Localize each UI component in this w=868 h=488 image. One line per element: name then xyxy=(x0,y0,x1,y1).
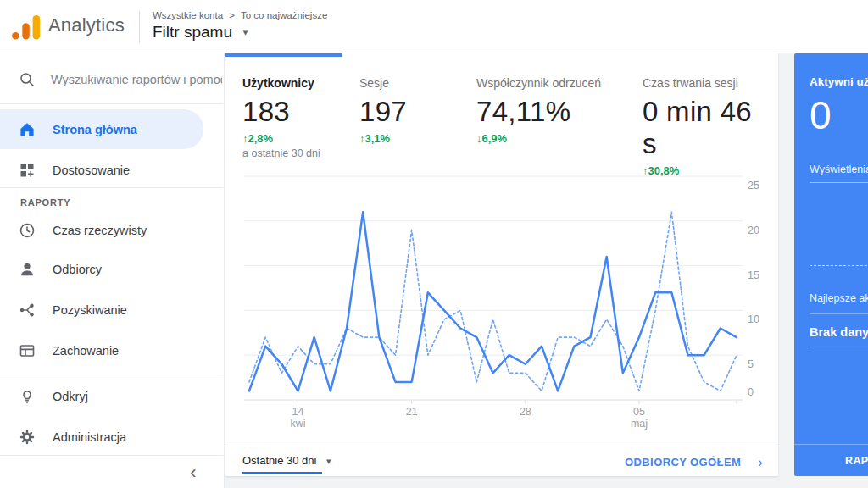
realtime-title: Aktywni użytkownicy w tej chwili xyxy=(810,75,868,88)
metric-label: Czas trwania sesji xyxy=(643,76,770,90)
metric-delta: ↑2,8% xyxy=(242,132,353,145)
collapse-sidebar-icon[interactable]: ‹ xyxy=(181,462,205,485)
sidebar-item-zachowanie[interactable]: Zachowanie xyxy=(0,331,203,370)
acquisition-icon xyxy=(19,302,36,319)
sidebar-item-pozyskiwanie[interactable]: Pozyskiwanie xyxy=(0,291,203,330)
sidebar-item-odkryj[interactable]: Odkryj xyxy=(0,377,203,416)
svg-text:25: 25 xyxy=(748,180,760,191)
chevron-down-icon: ▾ xyxy=(326,456,331,466)
sidebar-item-strona-glowna[interactable]: Strona główna xyxy=(0,109,203,149)
sidebar-item-label: Zachowanie xyxy=(53,344,119,358)
svg-text:0: 0 xyxy=(748,386,754,398)
top-active-pages-label: Najlepsze aktywne strony xyxy=(810,292,868,304)
card-footer: Ostatnie 30 dni ▾ ODBIORCY OGÓŁEM › xyxy=(225,446,778,476)
breadcrumb-separator-icon: > xyxy=(229,10,235,20)
sidebar-item-dostosowanie[interactable]: Dostosowanie xyxy=(0,150,203,190)
sidebar-item-label: Pozyskiwanie xyxy=(53,303,127,317)
clock-icon xyxy=(19,222,36,239)
overview-card: Użytkownicy 183 ↑2,8% a ostatnie 30 dni … xyxy=(225,53,778,476)
svg-text:maj: maj xyxy=(631,418,648,430)
metric-tab-wspolczynnik-odrzucen[interactable]: Współczynnik odrzuceń 74,11% ↓6,9% xyxy=(476,53,629,155)
svg-text:kwi: kwi xyxy=(290,418,305,430)
odbiorcy-ogolem-link[interactable]: ODBIORCY OGÓŁEM › xyxy=(625,455,763,470)
metric-delta: ↓6,9% xyxy=(476,132,629,145)
sidebar-item-label: Czas rzeczywisty xyxy=(53,224,147,237)
sidebar-item-administracja[interactable]: Administracja xyxy=(0,418,203,457)
realtime-divider xyxy=(810,347,868,347)
metric-label: Współczynnik odrzuceń xyxy=(476,76,629,90)
sidebar-nav: Wyszukiwanie raportów i pomocy Strona gł… xyxy=(0,53,225,488)
search-icon xyxy=(19,71,36,88)
metric-value: 197 xyxy=(359,96,461,128)
no-data-label: Brak danych xyxy=(810,325,868,339)
svg-text:10: 10 xyxy=(748,313,760,325)
metric-tab-czas-trwania-sesji[interactable]: Czas trwania sesji 0 min 46 s ↑30,8% xyxy=(643,53,770,155)
gear-icon xyxy=(19,429,36,446)
app-name: Analytics xyxy=(48,14,125,36)
google-analytics-logo-icon[interactable] xyxy=(11,14,43,41)
sidebar-item-label: Administracja xyxy=(53,430,126,444)
breadcrumb[interactable]: Wszystkie konta > To co najważniejsze xyxy=(153,10,327,20)
sidebar-item-czas-rzeczywisty[interactable]: Czas rzeczywisty xyxy=(0,211,203,250)
metric-value: 74,11% xyxy=(476,96,629,128)
svg-text:28: 28 xyxy=(520,406,531,418)
home-icon xyxy=(19,121,36,138)
svg-text:15: 15 xyxy=(748,269,760,281)
metric-tab-uzytkownicy[interactable]: Użytkownicy 183 ↑2,8% a ostatnie 30 dni xyxy=(242,53,353,155)
metric-tab-sesje[interactable]: Sesje 197 ↑3,1% xyxy=(359,53,461,155)
metric-label: Sesje xyxy=(359,76,461,90)
metric-label: Użytkownicy xyxy=(242,76,353,90)
sidebar-item-odbiorcy[interactable]: Odbiorcy xyxy=(0,250,203,289)
sidebar-section-raporty: RAPORTY xyxy=(20,197,70,208)
top-app-bar: Analytics Wszystkie konta > To co najważ… xyxy=(0,0,868,53)
customization-icon xyxy=(19,162,36,179)
breadcrumb-view[interactable]: To co najważniejsze xyxy=(241,10,327,20)
svg-text:14: 14 xyxy=(292,406,304,418)
sidebar-divider xyxy=(0,187,223,188)
realtime-card: Aktywni użytkownicy w tej chwili 0 Wyświ… xyxy=(794,53,868,476)
sidebar-divider xyxy=(0,374,223,374)
analytics-app: Analytics Wszystkie konta > To co najważ… xyxy=(0,0,868,488)
header-divider xyxy=(139,11,140,43)
search-placeholder: Wyszukiwanie raportów i pomocy xyxy=(51,73,222,86)
metric-value: 0 min 46 s xyxy=(643,96,770,160)
sidebar-item-label: Odkryj xyxy=(53,390,88,403)
pageviews-per-minute-label: Wyświetlenia strony na minutę xyxy=(810,164,868,183)
realtime-divider xyxy=(810,313,868,314)
breadcrumb-account[interactable]: Wszystkie konta xyxy=(153,10,223,20)
metric-note: a ostatnie 30 dni xyxy=(242,147,353,159)
date-range-selector[interactable]: Ostatnie 30 dni ▾ xyxy=(242,454,331,467)
sidebar-divider xyxy=(0,103,223,104)
search-input[interactable]: Wyszukiwanie raportów i pomocy xyxy=(0,53,224,103)
sidebar-divider xyxy=(0,455,223,456)
range-underline xyxy=(242,472,322,474)
realtime-active-users-value: 0 xyxy=(810,92,832,138)
property-name[interactable]: Filtr spamu xyxy=(153,23,232,41)
svg-text:20: 20 xyxy=(748,225,760,236)
svg-text:21: 21 xyxy=(406,406,418,418)
svg-text:05: 05 xyxy=(633,406,645,418)
chevron-right-icon: › xyxy=(758,455,763,469)
users-line-chart: 051015202514kwi212805maj xyxy=(225,164,778,439)
sidebar-item-label: Strona główna xyxy=(53,123,137,136)
lightbulb-icon xyxy=(19,388,36,405)
realtime-report-link[interactable]: RAPORTY CZASU RZECZYWISTEGO xyxy=(794,444,868,476)
sidebar-item-label: Odbiorcy xyxy=(53,263,102,276)
metric-value: 183 xyxy=(242,96,353,128)
empty-bar-chart-baseline xyxy=(810,265,868,266)
metric-delta: ↑3,1% xyxy=(359,132,461,145)
person-icon xyxy=(19,261,36,278)
chevron-down-icon: ▾ xyxy=(242,25,248,38)
behavior-icon xyxy=(19,342,36,359)
svg-text:5: 5 xyxy=(748,358,754,370)
sidebar-item-label: Dostosowanie xyxy=(53,164,130,177)
property-selector[interactable]: Filtr spamu ▾ xyxy=(153,23,248,42)
